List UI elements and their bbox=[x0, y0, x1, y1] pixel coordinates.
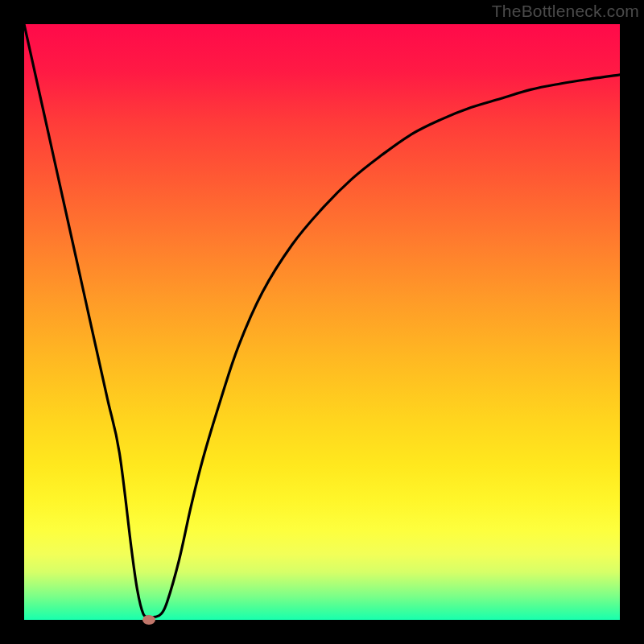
watermark-text: TheBottleneck.com bbox=[492, 2, 639, 21]
minimum-marker bbox=[142, 615, 155, 625]
chart-frame: TheBottleneck.com bbox=[0, 0, 644, 644]
bottleneck-curve bbox=[24, 24, 620, 620]
plot-area bbox=[24, 24, 620, 620]
